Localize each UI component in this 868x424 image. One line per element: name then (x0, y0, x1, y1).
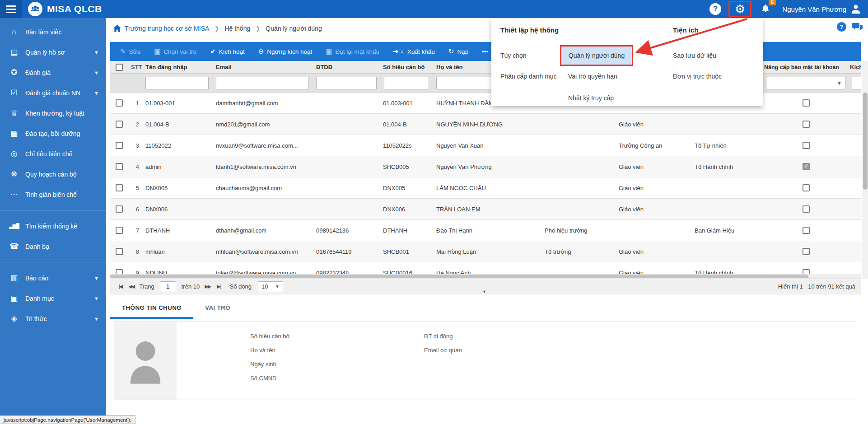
horizontal-scrollbar-thumb[interactable] (110, 275, 808, 278)
breadcrumb-root[interactable]: Trường trung học cơ sở MISA (125, 25, 209, 32)
row-checkbox[interactable] (116, 227, 123, 234)
horizontal-scrollbar[interactable] (110, 274, 861, 279)
column-header-phone[interactable]: ĐTDĐ (313, 64, 380, 70)
tab-general-info[interactable]: THÔNG TIN CHUNG (110, 304, 193, 319)
toolbar-button-label: Chọn vai trò (163, 48, 196, 55)
sidebar-item-danh-muc[interactable]: ▣Danh mục▼ (0, 288, 106, 308)
column-header-stt[interactable]: STT (128, 64, 142, 70)
filter-security-select[interactable]: ▼ (767, 77, 845, 89)
menu-item-nhat-ky-truy-cap[interactable]: Nhật ký truy cập (568, 94, 614, 102)
filter-email-input[interactable] (216, 77, 309, 89)
toolbar-button-label: Sửa (129, 48, 141, 55)
security-upgrade-checkbox[interactable] (803, 99, 810, 107)
security-upgrade-checkbox[interactable] (803, 121, 810, 128)
select-all-checkbox[interactable] (116, 64, 123, 71)
menu-item-phan-cap-danh-muc[interactable]: Phân cấp danh mục (500, 73, 557, 80)
sidebar-item-tri-thuc[interactable]: ◈Tri thức▼ (0, 308, 106, 329)
row-checkbox[interactable] (116, 269, 123, 274)
notification-bell-icon[interactable]: 5 (761, 3, 770, 15)
detail-label-so-hieu-can-bo: Số hiệu cán bộ (250, 333, 289, 341)
row-checkbox[interactable] (116, 163, 123, 170)
sidebar-item-quan-ly-ho-so[interactable]: ▤Quản lý hồ sơ▼ (0, 42, 106, 62)
detail-tabs: THÔNG TIN CHUNG VAI TRÒ (110, 294, 861, 319)
column-header-email[interactable]: Email (212, 64, 313, 70)
sidebar-item-anh-gia[interactable]: ✪Đánh giá▼ (0, 62, 106, 83)
column-header-username[interactable]: Tên đăng nhập (142, 64, 212, 70)
sidebar-item-chi-tieu-bien-che[interactable]: ◎Chỉ tiêu biên chế (0, 144, 106, 164)
page-number-input[interactable] (160, 281, 176, 292)
security-upgrade-checkbox[interactable] (803, 227, 810, 234)
sidebar-item-bao-cao[interactable]: ▥Báo cáo▼ (0, 268, 106, 288)
medal-icon: ✪ (7, 68, 21, 77)
cell-role: Giáo viên (615, 163, 691, 170)
ngung-kich-hoat-button[interactable]: ⊖Ngừng kích hoạt (258, 47, 312, 56)
filter-active-input[interactable] (852, 77, 861, 89)
menu-item-vai-tro-quyen-han[interactable]: Vai trò quyền hạn (568, 73, 617, 80)
cell-username: 11052022 (142, 142, 212, 149)
security-upgrade-checkbox[interactable] (803, 205, 810, 213)
sidebar-item-quy-hoach-can-bo[interactable]: ☸Quy hoạch cán bộ (0, 164, 106, 184)
rows-per-page-select[interactable]: 10▼ (258, 281, 283, 292)
first-page-button[interactable]: |◀ (119, 284, 122, 289)
menu-item-quan-ly-nguoi-dung-highlighted[interactable]: Quản lý người dùng (560, 45, 633, 66)
cell-code: SHCB0016 (380, 270, 433, 275)
sua-button[interactable]: ✎Sửa (120, 47, 140, 56)
at-lai-mat-khau-button[interactable]: ▣Đặt lại mật khẩu (326, 47, 379, 56)
row-checkbox[interactable] (116, 142, 123, 149)
vertical-scrollbar[interactable] (862, 61, 868, 279)
tab-roles[interactable]: VAI TRÒ (193, 304, 242, 319)
sidebar-item-ao-tao-boi-duong[interactable]: ▦Đào tạo, bồi dưỡng (0, 123, 106, 144)
filter-code-input[interactable] (384, 77, 429, 89)
security-upgrade-checkbox[interactable] (803, 163, 810, 170)
profile-icon: ▤ (7, 47, 21, 57)
row-checkbox[interactable] (116, 184, 123, 191)
security-upgrade-checkbox[interactable] (803, 142, 810, 149)
next-page-button[interactable]: ▶▶ (205, 284, 210, 289)
context-help-icon[interactable]: ? (837, 22, 846, 32)
user-avatar-icon[interactable] (850, 3, 862, 15)
security-upgrade-checkbox[interactable] (803, 248, 810, 255)
menu-item-sao-luu-du-lieu[interactable]: Sao lưu dữ liệu (673, 52, 716, 59)
sidebar-item-khen-thuong-ky-luat[interactable]: ♕Khen thưởng, kỷ luật (0, 103, 106, 123)
table-row: 311052022nvxuan9@software.misa.com...110… (110, 135, 861, 156)
menu-section-system-title: Thiết lập hệ thống (500, 26, 559, 34)
filter-username-input[interactable] (145, 77, 209, 89)
gear-icon[interactable]: ⚙ (735, 3, 745, 15)
security-upgrade-checkbox[interactable] (803, 184, 810, 191)
security-upgrade-checkbox[interactable] (803, 269, 810, 274)
breadcrumb-level2[interactable]: Quản lý người dùng (266, 25, 322, 32)
breadcrumb-separator-icon: ❯ (256, 25, 260, 32)
menu-item-don-vi-truc-thuoc[interactable]: Đơn vị trực thuộc (673, 73, 722, 80)
hamburger-menu-icon[interactable] (0, 0, 22, 18)
chon-vai-tro-button[interactable]: ▣Chọn vai trò (154, 47, 196, 56)
previous-page-button[interactable]: ◀◀ (128, 284, 134, 289)
status-link-preview: javascript:objPage.navigationPage('UserM… (0, 415, 135, 424)
row-checkbox[interactable] (116, 99, 123, 107)
row-checkbox[interactable] (116, 248, 123, 255)
kich-hoat-button[interactable]: ✔Kích hoạt (210, 47, 245, 56)
column-header-security[interactable]: Nâng cấp bảo mật tài khoản (763, 64, 849, 70)
column-header-code[interactable]: Số hiệu cán bộ (380, 64, 433, 70)
xuat-khau-button[interactable]: ➔xXuất khẩu (393, 47, 435, 56)
notification-badge: 5 (769, 0, 776, 5)
vertical-scrollbar-thumb[interactable] (863, 93, 868, 190)
feedback-chat-icon[interactable] (852, 23, 863, 32)
column-header-active[interactable]: Kích (849, 64, 861, 70)
sidebar-item-danh-ba[interactable]: ☎Danh bạ (0, 236, 106, 256)
sidebar-item-label: Chỉ tiêu biên chế (25, 150, 99, 158)
menu-item-tuy-chon[interactable]: Tùy chọn (500, 52, 527, 59)
row-checkbox[interactable] (116, 121, 123, 128)
sidebar-item-ban-lam-viec[interactable]: ⌂Bàn làm việc (0, 22, 106, 42)
filter-phone-input[interactable] (316, 77, 377, 89)
chevron-down-icon: ▼ (94, 90, 99, 96)
last-page-button[interactable]: ▶| (217, 284, 220, 289)
help-icon[interactable]: ? (709, 3, 721, 15)
user-name[interactable]: Nguyễn Văn Phương (782, 5, 846, 13)
sidebar-item-anh-gia-chuan-nn[interactable]: ☑Đánh giá chuẩn NN▼ (0, 83, 106, 103)
sidebar-item-tinh-gian-bien-che[interactable]: ⋯Tinh giản biên chế (0, 184, 106, 205)
nap-button[interactable]: ↻Nạp (448, 47, 468, 56)
sidebar-item-tim-kiem-thong-ke[interactable]: ▃▆█Tìm kiếm thống kê (0, 216, 106, 236)
home-icon[interactable] (113, 25, 121, 32)
breadcrumb-level1[interactable]: Hệ thống (224, 25, 250, 32)
row-checkbox[interactable] (116, 205, 123, 213)
